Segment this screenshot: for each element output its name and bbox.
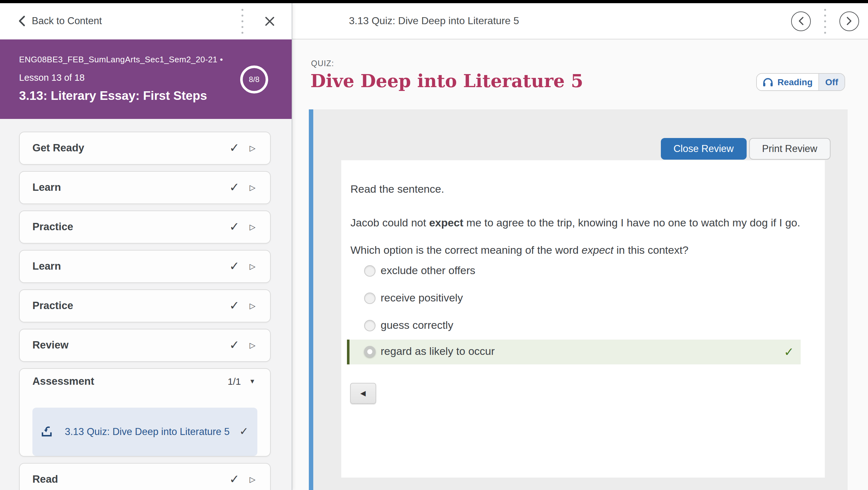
answer-options: exclude other offers receive positively	[350, 257, 812, 365]
previous-button[interactable]	[791, 11, 811, 31]
play-icon: ▷	[250, 301, 255, 310]
answer-option-label: regard as likely to occur	[381, 346, 495, 358]
complete-check-icon: ✓	[229, 298, 240, 313]
answer-option[interactable]: guess correctly	[350, 312, 812, 339]
drag-handle-icon[interactable]	[242, 7, 243, 35]
question-stem: Which option is the correct meaning of t…	[350, 242, 812, 257]
unit-card[interactable]: Learn ✓ ▷	[19, 250, 271, 283]
sidebar-header: Back to Content	[0, 3, 292, 39]
play-icon: ▷	[250, 144, 255, 153]
complete-check-icon: ✓	[229, 259, 240, 274]
chevron-down-icon: ▼	[249, 378, 255, 385]
review-panel: Close Review Print Review Read the sente…	[309, 109, 848, 490]
course-code: ENG08BE3_FEB_SumLangArts_Sec1_Sem2_20-21…	[19, 54, 273, 64]
assessment-card: Assessment 1/1 ▼ 3.13 Quiz: Dive Deep in…	[19, 368, 271, 457]
top-black-bar	[0, 0, 868, 3]
selected-correct-answer[interactable]: regard as likely to occur ✓	[347, 339, 800, 365]
play-icon: ▷	[250, 341, 255, 350]
answer-option[interactable]: exclude other offers	[350, 257, 812, 285]
radio-button-selected-icon[interactable]	[364, 346, 376, 358]
accent-bar	[309, 109, 313, 490]
unit-card[interactable]: Practice ✓ ▷	[19, 210, 271, 243]
complete-check-icon: ✓	[229, 220, 240, 234]
unit-label: Learn	[32, 181, 229, 194]
question-sentence: Jacob could not expect me to agree to th…	[350, 215, 812, 230]
complete-check-icon: ✓	[229, 180, 240, 195]
unit-card[interactable]: Read ✓ ▷	[19, 463, 271, 490]
quiz-submission-icon	[41, 426, 53, 437]
play-icon: ▷	[250, 183, 255, 192]
assessment-label: Assessment	[32, 375, 227, 387]
back-to-content-link[interactable]: Back to Content	[18, 15, 102, 27]
page-title: 3.13 Quiz: Dive Deep into Literature 5	[349, 15, 519, 26]
previous-question-button[interactable]: ◀	[350, 383, 376, 404]
unit-label: Read	[32, 473, 229, 486]
app-window: 3.13 Quiz: Dive Deep into Literature 5	[0, 0, 868, 490]
complete-check-icon: ✓	[229, 338, 240, 353]
close-icon	[264, 16, 275, 26]
bullet-icon: •	[220, 54, 223, 64]
headphones-icon	[762, 77, 773, 87]
unit-list: Get Ready ✓ ▷ Learn ✓ ▷ Practice ✓ ▷	[0, 119, 292, 490]
chevron-left-icon	[18, 15, 25, 27]
reading-toggle[interactable]: Reading Off	[756, 73, 845, 91]
print-review-button[interactable]: Print Review	[749, 138, 831, 160]
drag-handle-icon[interactable]	[824, 7, 826, 35]
question-prompt: Read the sentence.	[350, 181, 812, 196]
correct-check-icon: ✓	[784, 345, 794, 359]
lesson-title: 3.13: Literary Essay: First Steps	[19, 88, 273, 103]
quiz-title: Dive Deep into Literature 5	[310, 70, 583, 91]
review-panel-body: Close Review Print Review Read the sente…	[313, 109, 848, 490]
radio-button-icon[interactable]	[364, 320, 376, 331]
option-rows: exclude other offers receive positively	[350, 257, 812, 339]
reading-toggle-state: Off	[826, 77, 838, 87]
reading-toggle-label: Reading	[777, 77, 812, 87]
unit-card[interactable]: Get Ready ✓ ▷	[19, 131, 271, 165]
play-icon: ▷	[250, 223, 255, 231]
complete-check-icon: ✓	[229, 141, 240, 155]
radio-button-icon[interactable]	[364, 292, 376, 304]
unit-label: Learn	[32, 260, 229, 272]
unit-card[interactable]: Review ✓ ▷	[19, 328, 271, 362]
lesson-banner: ENG08BE3_FEB_SumLangArts_Sec1_Sem2_20-21…	[0, 39, 292, 119]
lesson-progress-value: 8/8	[249, 75, 259, 84]
answer-option-label: exclude other offers	[381, 264, 475, 277]
back-to-content-label: Back to Content	[32, 15, 102, 27]
quiz-list-item[interactable]: 3.13 Quiz: Dive Deep into Literature 5 ✓	[32, 407, 257, 456]
close-sidebar-button[interactable]	[260, 11, 279, 31]
unit-label: Practice	[32, 221, 229, 233]
complete-check-icon: ✓	[240, 425, 249, 438]
lesson-sidebar: Back to Content ENG08BE3_FEB_SumLangArts…	[0, 3, 292, 490]
header-controls	[791, 3, 859, 39]
next-button[interactable]	[839, 11, 859, 31]
lesson-position: Lesson 13 of 18	[19, 72, 273, 82]
play-icon: ▷	[250, 262, 255, 271]
unit-label: Get Ready	[32, 142, 229, 154]
unit-card[interactable]: Practice ✓ ▷	[19, 289, 271, 322]
answer-option-label: guess correctly	[381, 319, 454, 332]
answer-option-label: receive positively	[381, 292, 463, 305]
quiz-kicker: QUIZ:	[311, 59, 334, 68]
unit-card[interactable]: Learn ✓ ▷	[19, 171, 271, 204]
complete-check-icon: ✓	[229, 472, 240, 487]
unit-label: Practice	[32, 300, 229, 312]
close-review-button[interactable]: Close Review	[661, 138, 746, 160]
chevron-right-icon	[845, 16, 854, 26]
unit-cards: Get Ready ✓ ▷ Learn ✓ ▷ Practice ✓ ▷	[19, 131, 271, 362]
play-icon: ▷	[250, 475, 255, 484]
assessment-header[interactable]: Assessment 1/1 ▼	[20, 369, 270, 394]
quiz-item-title: 3.13 Quiz: Dive Deep into Literature 5	[65, 424, 231, 439]
lesson-progress-ring: 8/8	[240, 65, 268, 93]
chevron-left-icon	[797, 16, 805, 26]
question-card: Read the sentence. Jacob could not expec…	[341, 160, 825, 477]
quiz-review-region: QUIZ: Dive Deep into Literature 5 Readin…	[293, 40, 868, 490]
answer-option[interactable]: receive positively	[350, 285, 812, 312]
unit-label: Review	[32, 339, 229, 351]
assessment-count: 1/1	[227, 376, 241, 387]
radio-button-icon[interactable]	[364, 265, 376, 277]
